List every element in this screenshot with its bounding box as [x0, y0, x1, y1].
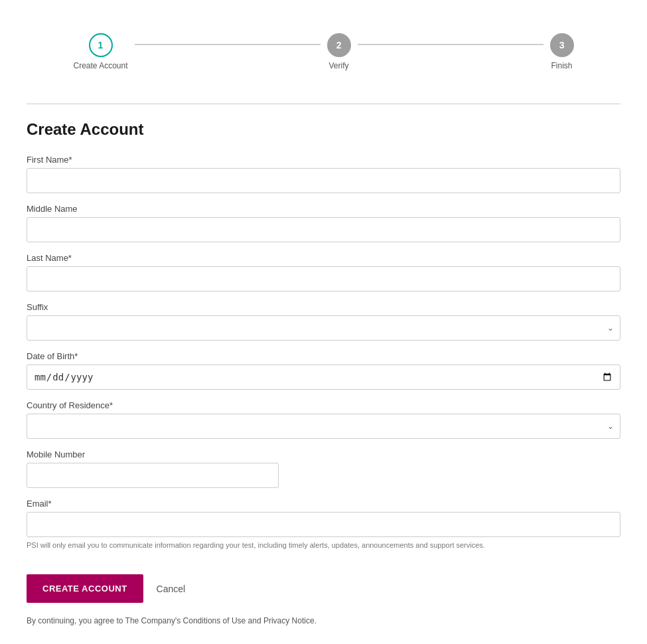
- suffix-select-wrapper: Jr. Sr. II III IV ⌄: [27, 315, 620, 341]
- last-name-input[interactable]: [27, 266, 620, 291]
- suffix-group: Suffix Jr. Sr. II III IV ⌄: [27, 302, 620, 341]
- step-3-circle: 3: [550, 33, 574, 57]
- stepper-line-2: [358, 44, 543, 45]
- country-group: Country of Residence* United States Cana…: [27, 400, 620, 439]
- mobile-group: Mobile Number: [27, 449, 620, 488]
- mobile-input[interactable]: [27, 463, 279, 488]
- email-group: Email* PSI will only email you to commun…: [27, 499, 620, 550]
- create-account-form: First Name* Middle Name Last Name* Suffi…: [27, 155, 620, 625]
- country-select[interactable]: United States Canada United Kingdom Aust…: [27, 414, 620, 439]
- dob-label: Date of Birth*: [27, 351, 620, 361]
- first-name-group: First Name*: [27, 155, 620, 193]
- step-1-label: Create Account: [73, 61, 127, 70]
- terms-text: By continuing, you agree to The Company'…: [27, 616, 620, 625]
- step-2-circle: 2: [327, 33, 351, 57]
- country-label: Country of Residence*: [27, 400, 620, 410]
- middle-name-group: Middle Name: [27, 204, 620, 242]
- email-input[interactable]: [27, 512, 620, 537]
- suffix-label: Suffix: [27, 302, 620, 312]
- cancel-button[interactable]: Cancel: [157, 584, 186, 594]
- create-account-button[interactable]: CREATE ACCOUNT: [27, 574, 143, 603]
- last-name-label: Last Name*: [27, 253, 620, 263]
- step-1: 1 Create Account: [73, 33, 127, 70]
- step-2-number: 2: [336, 40, 342, 50]
- header-divider: [27, 104, 620, 104]
- page-title: Create Account: [27, 120, 620, 139]
- step-1-circle: 1: [89, 33, 113, 57]
- middle-name-input[interactable]: [27, 217, 620, 242]
- action-row: CREATE ACCOUNT Cancel: [27, 574, 620, 603]
- country-select-wrapper: United States Canada United Kingdom Aust…: [27, 414, 620, 439]
- step-3-label: Finish: [551, 61, 573, 70]
- mobile-label: Mobile Number: [27, 449, 620, 459]
- dob-input[interactable]: [27, 364, 620, 390]
- stepper-line-1: [135, 44, 321, 45]
- step-3-number: 3: [559, 40, 565, 50]
- step-3: 3 Finish: [550, 33, 574, 70]
- dob-group: Date of Birth*: [27, 351, 620, 390]
- first-name-input[interactable]: [27, 168, 620, 193]
- first-name-label: First Name*: [27, 155, 620, 165]
- email-hint: PSI will only email you to communicate i…: [27, 540, 620, 550]
- middle-name-label: Middle Name: [27, 204, 620, 214]
- step-1-number: 1: [98, 40, 104, 50]
- email-label: Email*: [27, 499, 620, 509]
- stepper: 1 Create Account 2 Verify 3 Finish: [27, 20, 620, 84]
- suffix-select[interactable]: Jr. Sr. II III IV: [27, 315, 620, 341]
- step-2-label: Verify: [329, 61, 349, 70]
- last-name-group: Last Name*: [27, 253, 620, 291]
- step-2: 2 Verify: [327, 33, 351, 70]
